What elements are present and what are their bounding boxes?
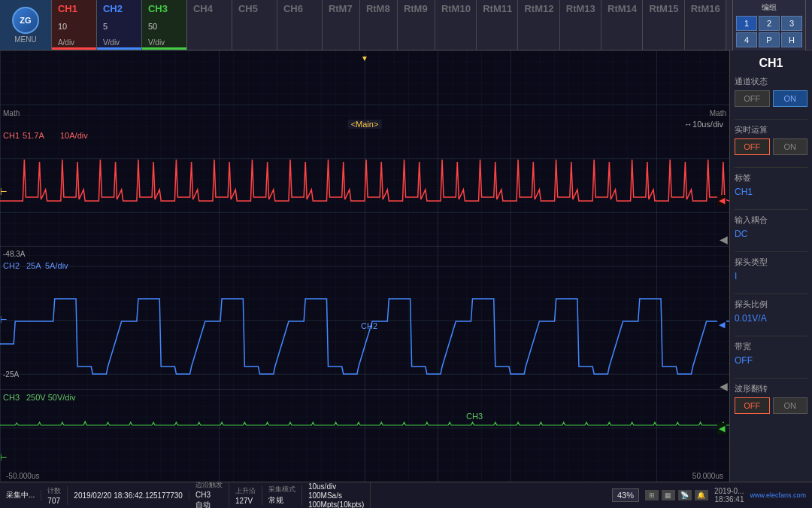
status-datetime: 2019/02/20 18:36:42.125177730 <box>74 491 189 500</box>
ch3-right-marker: ◀ <box>717 423 726 434</box>
right-panel: CH1 通道状态 OFF ON 实时运算 OFF ON 标签 CH1 输入耦合 … <box>729 50 812 482</box>
input-coupling-label: 输入耦合 <box>735 214 807 226</box>
realtime-on-btn[interactable]: ON <box>773 138 808 155</box>
ch-divider-2 <box>0 389 729 390</box>
channel-tab-rtm12[interactable]: RtM12 <box>518 0 559 50</box>
channel-state-on-btn[interactable]: ON <box>773 90 808 107</box>
tag-label: 标签 <box>735 172 807 184</box>
realtime-off-btn[interactable]: OFF <box>735 138 770 155</box>
waveform-flip-off-btn[interactable]: OFF <box>735 397 770 414</box>
input-coupling-section: 输入耦合 DC <box>735 214 807 239</box>
channel-state-toggle: OFF ON <box>735 90 807 107</box>
channel-state-section: 通道状态 OFF ON <box>735 76 807 107</box>
waveform-flip-section: 波形翻转 OFF ON <box>735 383 807 414</box>
bandwidth-value[interactable]: OFF <box>735 355 807 366</box>
divider-5 <box>735 294 807 294</box>
bianzhu-box: 编组 1 2 3 4 P H <box>732 0 806 51</box>
ch-divider-1 <box>0 246 729 247</box>
main-area: Math Math ▼ <Main> ↔10us/div CH1 51.7A 1… <box>0 50 812 482</box>
divider-6 <box>735 336 807 336</box>
probe-type-label: 探头类型 <box>735 257 807 268</box>
realtime-section: 实时运算 OFF ON <box>735 124 807 155</box>
channel-tab-rtm16[interactable]: RtM16 <box>685 0 726 50</box>
channel-tab-rtm9[interactable]: RtM9 <box>398 0 435 50</box>
ch1-bar <box>52 47 96 50</box>
divider-1 <box>735 119 807 120</box>
status-icon-1: ⊞ <box>645 490 659 500</box>
status-collect-mode: 采集模式 常规 <box>268 485 302 506</box>
status-icon-4: 🔔 <box>695 490 708 500</box>
bianzhu-btn-h[interactable]: H <box>781 32 802 47</box>
bianzhu-btn-4[interactable]: 4 <box>736 32 757 47</box>
status-time-div: 10us/div 100MSa/s 100Mpts(10kpts) <box>308 482 371 509</box>
tag-section: 标签 CH1 <box>735 172 807 197</box>
ch2-right-marker: ◀ <box>717 319 726 330</box>
divider-7 <box>735 378 807 379</box>
channel-tab-rtm7[interactable]: RtM7 <box>323 0 360 50</box>
status-right: 43% ⊞ ▦ 📡 🔔 2019-0... 18:36:41 www.elecf… <box>612 487 806 503</box>
realtime-toggle: OFF ON <box>735 138 807 155</box>
channel-tab-rtm14[interactable]: RtM14 <box>601 0 643 50</box>
status-rise: 上升沿 127V <box>235 486 262 505</box>
channel-tab-ch1[interactable]: CH1 10 A/div <box>52 0 97 50</box>
divider-4 <box>735 251 807 252</box>
ch2-inline-label: CH2 <box>361 321 377 330</box>
percent-indicator: 43% <box>612 488 639 502</box>
ch3-bar <box>142 47 186 50</box>
divider-3 <box>735 209 807 210</box>
toolbar: ZG MENU CH1 10 A/div CH2 5 V/div CH3 50 … <box>0 0 812 50</box>
status-trigger: 边沿触发 CH3 自动 <box>195 480 229 508</box>
ch3-waveform-svg <box>0 50 729 482</box>
tag-value[interactable]: CH1 <box>735 187 807 197</box>
channel-tab-rtm10[interactable]: RtM10 <box>435 0 477 50</box>
waveform-flip-label: 波形翻转 <box>735 383 807 394</box>
panel-ch-title: CH1 <box>735 56 807 70</box>
bianzhu-title: 编组 <box>736 2 802 13</box>
probe-ratio-section: 探头比例 0.01V/A <box>735 299 807 324</box>
ch1-right-marker: ◀ <box>717 195 726 206</box>
divider-2 <box>735 167 807 168</box>
channel-state-label: 通道状态 <box>735 76 807 87</box>
channel-tab-ch5[interactable]: CH5 <box>232 0 277 50</box>
status-time-right: 2019-0... 18:36:41 <box>714 487 744 503</box>
status-website: www.elecfans.com <box>750 491 806 499</box>
bianzhu-btn-1[interactable]: 1 <box>736 16 757 31</box>
channel-tab-rtm11[interactable]: RtM11 <box>477 0 518 50</box>
channel-state-off-btn[interactable]: OFF <box>735 90 770 107</box>
status-icon-3: 📡 <box>678 490 692 500</box>
channel-tab-rtm15[interactable]: RtM15 <box>643 0 684 50</box>
status-icons: ⊞ ▦ 📡 🔔 <box>645 490 708 500</box>
status-count: 计数 707 <box>47 486 68 505</box>
probe-ratio-label: 探头比例 <box>735 299 807 310</box>
status-collect: 采集中... <box>6 490 41 500</box>
realtime-label: 实时运算 <box>735 124 807 135</box>
channel-tab-rtm13[interactable]: RtM13 <box>560 0 601 50</box>
input-coupling-value[interactable]: DC <box>735 229 807 239</box>
bianzhu-grid: 1 2 3 4 P H <box>736 16 802 47</box>
channel-tab-rtm8[interactable]: RtM8 <box>360 0 398 50</box>
bandwidth-section: 带宽 OFF <box>735 341 807 366</box>
channel-tab-ch2[interactable]: CH2 5 V/div <box>97 0 142 50</box>
statusbar: 采集中... 计数 707 2019/02/20 18:36:42.125177… <box>0 482 812 508</box>
channel-tab-ch3[interactable]: CH3 50 V/div <box>142 0 187 50</box>
probe-ratio-value[interactable]: 0.01V/A <box>735 313 807 324</box>
waveform-flip-on-btn[interactable]: ON <box>773 397 808 414</box>
ch2-bar <box>97 47 141 50</box>
probe-type-section: 探头类型 I <box>735 257 807 281</box>
scope-area: Math Math ▼ <Main> ↔10us/div CH1 51.7A 1… <box>0 50 729 482</box>
channel-tab-ch6[interactable]: CH6 <box>277 0 323 50</box>
bandwidth-label: 带宽 <box>735 341 807 352</box>
channel-tab-ch4[interactable]: CH4 <box>187 0 232 50</box>
logo-icon: ZG <box>12 7 39 34</box>
toolbar-right: 编组 1 2 3 4 P H <box>726 0 812 50</box>
probe-type-value[interactable]: I <box>735 271 807 281</box>
bianzhu-btn-3[interactable]: 3 <box>781 16 802 31</box>
bianzhu-btn-p[interactable]: P <box>759 32 780 47</box>
waveform-flip-toggle: OFF ON <box>735 397 807 414</box>
ch3-inline-label: CH3 <box>466 412 483 421</box>
menu-label[interactable]: MENU <box>14 35 36 44</box>
status-icon-2: ▦ <box>662 490 675 500</box>
bianzhu-btn-2[interactable]: 2 <box>759 16 780 31</box>
logo-area: ZG MENU <box>0 0 52 50</box>
